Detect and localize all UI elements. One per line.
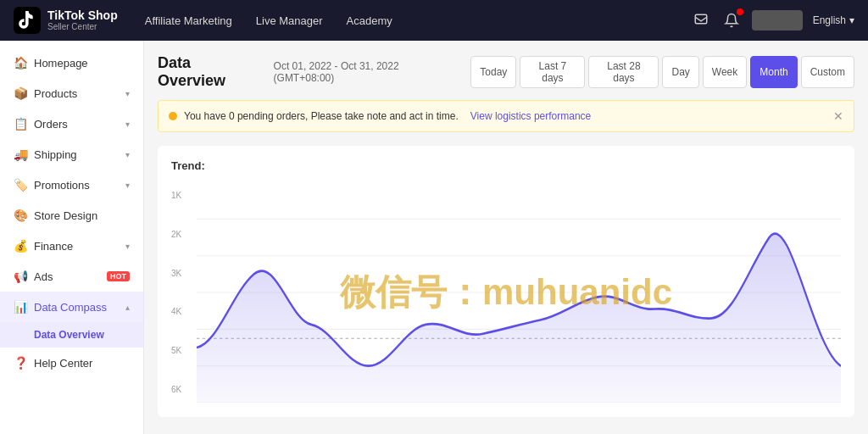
orders-arrow: ▾	[125, 120, 130, 129]
chart-section: Trend: 6K 5K 4K 3K 2K 1K	[158, 146, 854, 417]
trend-chart	[197, 182, 841, 403]
chart-wrapper: 6K 5K 4K 3K 2K 1K	[171, 182, 841, 403]
sidebar: 🏠 Homepage 📦 Products ▾ 📋 Orders ▾ 🚚 Shi…	[0, 41, 144, 434]
sidebar-label-products: Products	[34, 87, 119, 100]
sidebar-item-ads[interactable]: 📢 Ads HOT	[0, 261, 143, 292]
filter-custom[interactable]: Custom	[801, 56, 854, 88]
orders-icon: 📋	[14, 117, 27, 131]
shipping-arrow: ▾	[125, 150, 130, 159]
chart-title: Trend:	[171, 159, 841, 172]
language-selector[interactable]: English ▾	[813, 14, 854, 26]
message-icon[interactable]	[691, 10, 711, 31]
sidebar-label-finance: Finance	[34, 240, 119, 253]
date-range: Oct 01, 2022 - Oct 31, 2022 (GMT+08:00)	[274, 60, 458, 84]
page-title: Data Overview	[158, 54, 260, 90]
store-design-icon: 🎨	[14, 209, 27, 222]
help-center-icon: ❓	[14, 356, 27, 370]
sidebar-sub-item-data-overview[interactable]: Data Overview	[0, 322, 143, 348]
sidebar-label-help-center: Help Center	[34, 357, 130, 370]
filter-last28[interactable]: Last 28 days	[588, 56, 659, 88]
main-content: Data Overview Oct 01, 2022 - Oct 31, 202…	[144, 41, 868, 434]
products-icon: 📦	[14, 86, 27, 100]
nav-links: Affiliate Marketing Live Manager Academy	[145, 14, 691, 27]
hot-badge: HOT	[107, 271, 130, 281]
alert-close-button[interactable]: ✕	[833, 109, 843, 123]
filter-today[interactable]: Today	[470, 56, 516, 88]
alert-icon	[169, 112, 177, 120]
sidebar-item-homepage[interactable]: 🏠 Homepage	[0, 47, 143, 78]
time-filters: Today Last 7 days Last 28 days Day Week …	[470, 56, 854, 88]
sub-label-data-overview: Data Overview	[34, 329, 104, 341]
y-axis-labels: 6K 5K 4K 3K 2K 1K	[171, 182, 197, 403]
sidebar-item-products[interactable]: 📦 Products ▾	[0, 78, 143, 108]
homepage-icon: 🏠	[14, 56, 27, 70]
sidebar-label-ads: Ads	[34, 270, 97, 283]
alert-message: You have 0 pending orders, Please take n…	[184, 110, 459, 122]
chevron-down-icon: ▾	[849, 14, 854, 26]
sidebar-item-shipping[interactable]: 🚚 Shipping ▾	[0, 139, 143, 170]
finance-arrow: ▾	[125, 242, 130, 251]
filter-month[interactable]: Month	[750, 56, 797, 88]
nav-live-manager[interactable]: Live Manager	[256, 14, 323, 27]
logo-text: TikTok Shop Seller Center	[47, 8, 118, 33]
data-compass-icon: 📊	[14, 300, 27, 314]
sidebar-label-promotions: Promotions	[34, 179, 119, 192]
logo-icon	[14, 7, 41, 34]
promotions-arrow: ▾	[125, 181, 130, 190]
top-navigation: TikTok Shop Seller Center Affiliate Mark…	[0, 0, 868, 41]
shipping-icon: 🚚	[14, 147, 27, 161]
sidebar-label-homepage: Homepage	[34, 57, 130, 70]
sidebar-label-orders: Orders	[34, 118, 119, 131]
finance-icon: 💰	[14, 239, 27, 253]
sidebar-label-store-design: Store Design	[34, 209, 130, 222]
sidebar-item-help-center[interactable]: ❓ Help Center	[0, 348, 143, 378]
sidebar-item-data-compass[interactable]: 📊 Data Compass ▴	[0, 292, 143, 322]
nav-academy[interactable]: Academy	[347, 14, 392, 27]
nav-right: English ▾	[691, 10, 854, 31]
filter-day[interactable]: Day	[662, 56, 698, 88]
sidebar-label-data-compass: Data Compass	[34, 301, 119, 314]
user-avatar[interactable]	[752, 10, 803, 31]
alert-bar: You have 0 pending orders, Please take n…	[158, 100, 854, 132]
sidebar-item-orders[interactable]: 📋 Orders ▾	[0, 108, 143, 139]
data-compass-arrow: ▴	[125, 303, 130, 312]
main-layout: 🏠 Homepage 📦 Products ▾ 📋 Orders ▾ 🚚 Shi…	[0, 41, 868, 434]
filter-last7[interactable]: Last 7 days	[520, 56, 585, 88]
notification-icon[interactable]	[721, 10, 742, 31]
sidebar-label-shipping: Shipping	[34, 148, 119, 161]
content-header: Data Overview Oct 01, 2022 - Oct 31, 202…	[158, 54, 854, 90]
sidebar-item-promotions[interactable]: 🏷️ Promotions ▾	[0, 170, 143, 200]
products-arrow: ▾	[125, 89, 130, 98]
filter-week[interactable]: Week	[703, 56, 747, 88]
alert-link[interactable]: View logistics performance	[470, 110, 592, 122]
promotions-icon: 🏷️	[14, 178, 27, 192]
sidebar-item-finance[interactable]: 💰 Finance ▾	[0, 231, 143, 261]
nav-affiliate-marketing[interactable]: Affiliate Marketing	[145, 14, 232, 27]
brand-logo[interactable]: TikTok Shop Seller Center	[14, 7, 118, 34]
ads-icon: 📢	[14, 270, 27, 283]
notification-badge	[737, 8, 743, 15]
sidebar-item-store-design[interactable]: 🎨 Store Design	[0, 200, 143, 231]
